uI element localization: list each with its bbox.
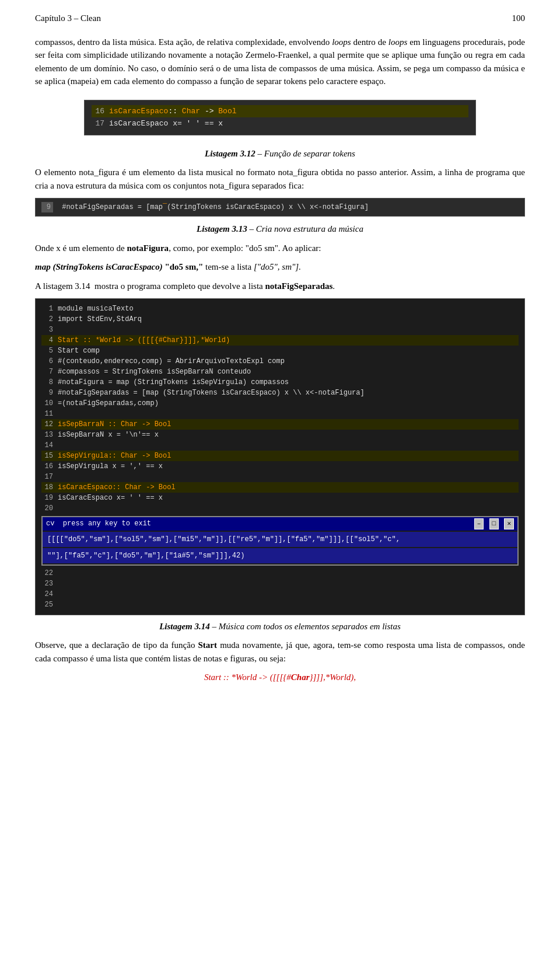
code-line-16: 16 isCaracEspaco:: Char -> Bool	[92, 105, 468, 118]
console-output-line2: ""],["fa5","c"],["do5","m"],["1a#5","sm"…	[43, 548, 517, 563]
code-line-10: 10 =(notaFigSeparadas,comp)	[41, 398, 519, 409]
paragraph-1: compassos, dentro da lista música. Esta …	[35, 36, 525, 88]
code-line-7: 7 #compassos = StringTokens isSepBarraN …	[41, 367, 519, 377]
paragraph-6: Observe, que a declaração de tipo da fun…	[35, 639, 525, 665]
code-block-14: 1 module musicaTexto 2 import StdEnv,Std…	[35, 298, 525, 615]
caption-13: Listagem 3.13 – Cria nova estrutura da m…	[35, 222, 525, 236]
console-window: cv press any key to exit – □ ✕ [[[["do5"…	[41, 516, 519, 566]
page-number: 100	[512, 12, 526, 25]
code-line-24: 24	[41, 589, 519, 599]
code-block-12: 16 isCaracEspaco:: Char -> Bool 17 isCar…	[35, 94, 525, 141]
code-line-22: 22	[41, 568, 519, 578]
caption-12: Listagem 3.12 – Função de separar tokens	[35, 147, 525, 161]
console-buttons: – □ ✕	[473, 518, 514, 529]
chapter-title: Capítulo 3 – Clean	[35, 12, 101, 25]
code-line-8: 8 #notaFigura = map (StringTokens isSepV…	[41, 377, 519, 388]
close-button[interactable]: ✕	[504, 518, 514, 529]
page-header: Capítulo 3 – Clean 100	[35, 12, 525, 25]
code-line-19: 19 isCaracEspaco x= ' ' == x	[41, 493, 519, 503]
caption-14: Listagem 3.14 – Música com todos os elem…	[35, 620, 525, 633]
code-line-3: 3	[41, 325, 519, 335]
code-line-13: 13 isSepBarraN x = '\n'== x	[41, 430, 519, 440]
code-line-5: 5 Start comp	[41, 346, 519, 356]
code-line-23: 23	[41, 578, 519, 589]
console-title: cv press any key to exit	[46, 518, 151, 529]
paragraph-4: map (StringTokens isCaracEspaco) "do5 sm…	[35, 260, 525, 274]
code-line-12: 12 isSepBarraN :: Char -> Bool	[41, 419, 519, 430]
code-line-15: 15 isSepVirgula:: Char -> Bool	[41, 451, 519, 461]
maximize-button[interactable]: □	[489, 518, 499, 529]
code-line-18: 18 isCaracEspaco:: Char -> Bool	[41, 482, 519, 493]
code-line-17: 17 isCaracEspaco x= ' ' == x	[92, 117, 468, 130]
code-line-9: 9 #notaFigSeparadas = [map‾(StringTokens…	[41, 202, 519, 212]
code-line-9b: 9 #notaFigSeparadas = [map (StringTokens…	[41, 388, 519, 398]
code-line-25: 25	[41, 599, 519, 610]
code-block-13: 9 #notaFigSeparadas = [map‾(StringTokens…	[35, 198, 525, 217]
paragraph-5: A listagem 3.14 mostra o programa comple…	[35, 280, 525, 293]
paragraph-3: Onde x é um elemento de notaFigura, como…	[35, 242, 525, 255]
code-line-16b: 16 isSepVirgula x = ',' == x	[41, 461, 519, 472]
code-line-1: 1 module musicaTexto	[41, 304, 519, 314]
console-titlebar: cv press any key to exit – □ ✕	[43, 517, 517, 531]
code-line-20: 20	[41, 503, 519, 514]
code-line-6: 6 #(conteudo,endereco,comp) = AbrirArqui…	[41, 356, 519, 367]
code-line-4: 4 Start :: *World -> ([[[{#Char}]]],*Wor…	[41, 335, 519, 346]
paragraph-2: O elemento nota_figura é um elemento da …	[35, 166, 525, 192]
minimize-button[interactable]: –	[474, 518, 484, 529]
console-output-line1: [[[["do5","sm"],["sol5","sm"],["mi5","m"…	[43, 532, 517, 547]
code-line-11: 11	[41, 409, 519, 419]
code-line-14: 14	[41, 440, 519, 451]
start-line: Start :: *World -> ([[[{#Char}]]],*World…	[35, 671, 525, 684]
code-line-2: 2 import StdEnv,StdArq	[41, 314, 519, 325]
listing-12-code: 16 isCaracEspaco:: Char -> Bool 17 isCar…	[84, 100, 476, 135]
code-line-17b: 17	[41, 472, 519, 482]
